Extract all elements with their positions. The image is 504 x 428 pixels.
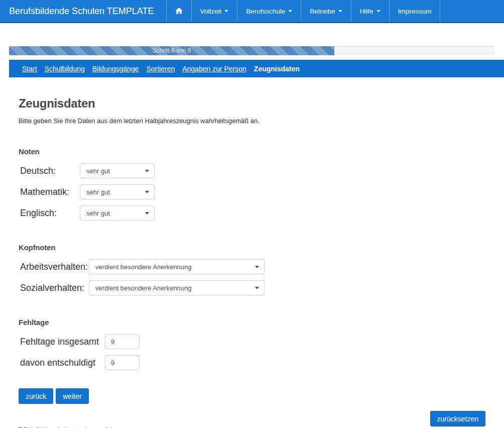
nav-item-hilfe[interactable]: Hilfe — [351, 0, 389, 22]
selected-value: sehr gut — [86, 167, 110, 175]
field-label-davon-entschuldigt: davon entschuldigt — [19, 358, 105, 368]
form-row-sozialverhalten: Sozialverhalten: verdient besondere Aner… — [19, 280, 485, 295]
fehltage-insgesamt-input[interactable] — [105, 334, 140, 349]
required-fields-note: Pflichtfelder sind rot gekennzeichnet. — [19, 426, 485, 428]
note-prefix: Pflichtfelder sind — [19, 426, 68, 428]
navbar-brand[interactable]: Berufsbildende Schulen TEMPLATE — [0, 0, 162, 22]
progress-label: Schritt 6 von 9 — [153, 47, 191, 54]
field-label-deutsch: Deutsch: — [19, 166, 80, 176]
breadcrumb-current: Zeugnisdaten — [254, 65, 300, 73]
form-row-davon-entschuldigt: davon entschuldigt — [19, 355, 485, 370]
progress-bar: Schritt 6 von 9 — [9, 46, 494, 55]
form-row-deutsch: Deutsch: sehr gut — [19, 163, 485, 178]
form-row-englisch: Englisch: sehr gut — [19, 205, 485, 221]
breadcrumb-link-sortieren[interactable]: Sortieren — [146, 65, 175, 73]
field-label-mathematik: Mathematik: — [19, 187, 80, 197]
button-row: zurück weiter — [19, 388, 485, 404]
caret-down-icon — [145, 170, 149, 172]
nav-item-label: Berufsschule — [246, 8, 285, 15]
deutsch-select[interactable]: sehr gut — [80, 163, 155, 178]
caret-down-icon — [145, 191, 149, 193]
section-heading-noten: Noten — [19, 147, 485, 156]
back-button[interactable]: zurück — [19, 388, 53, 404]
page-intro: Bitte geben Sie Ihre Daten aus dem letzt… — [19, 117, 485, 125]
nav-item-label: Betriebe — [310, 8, 335, 15]
nav-item-vollzeit[interactable]: Vollzeit — [191, 0, 237, 22]
form-row-arbeitsverhalten: Arbeitsverhalten: verdient besondere Ane… — [19, 259, 485, 274]
caret-down-icon — [255, 287, 259, 289]
field-label-arbeitsverhalten: Arbeitsverhalten: — [19, 262, 89, 272]
breadcrumb-link-start[interactable]: Start — [22, 65, 37, 73]
note-highlight: rot — [68, 426, 76, 428]
nav-item-label: Vollzeit — [200, 8, 222, 15]
nav-item-label: Hilfe — [360, 8, 373, 15]
navbar-menu: Vollzeit Berufsschule Betriebe Hilfe Imp… — [166, 0, 441, 22]
nav-item-impressum[interactable]: Impressum — [389, 0, 440, 22]
nav-item-berufsschule[interactable]: Berufsschule — [237, 0, 301, 22]
selected-value: sehr gut — [86, 209, 110, 217]
arbeitsverhalten-select[interactable]: verdient besondere Anerkennung — [89, 259, 265, 274]
nav-item-betriebe[interactable]: Betriebe — [301, 0, 350, 22]
caret-down-icon — [255, 266, 259, 268]
note-suffix: gekennzeichnet. — [76, 426, 125, 428]
sozialverhalten-select[interactable]: verdient besondere Anerkennung — [89, 280, 265, 295]
home-icon — [175, 8, 183, 15]
englisch-select[interactable]: sehr gut — [80, 205, 155, 221]
main-content: Zeugnisdaten Bitte geben Sie Ihre Daten … — [0, 96, 504, 428]
next-button[interactable]: weiter — [56, 388, 88, 404]
field-label-fehltage-insgesamt: Fehltage insgesamt — [19, 337, 105, 347]
nav-item-label: Impressum — [398, 8, 432, 15]
section-heading-fehltage: Fehltage — [19, 318, 485, 327]
progress-fill: Schritt 6 von 9 — [9, 46, 334, 55]
breadcrumb-link-schulbildung[interactable]: Schulbildung — [45, 65, 85, 73]
mathematik-select[interactable]: sehr gut — [80, 184, 155, 199]
caret-down-icon — [376, 10, 381, 12]
reset-button[interactable]: zurücksetzen — [430, 411, 485, 426]
breadcrumb-link-angaben-zur-person[interactable]: Angaben zur Person — [182, 65, 246, 73]
selected-value: sehr gut — [86, 188, 110, 196]
nav-item-home[interactable] — [166, 0, 191, 22]
reset-row: zurücksetzen — [19, 411, 485, 426]
field-label-sozialverhalten: Sozialverhalten: — [19, 283, 89, 293]
caret-down-icon — [224, 10, 228, 12]
selected-value: verdient besondere Anerkennung — [95, 284, 192, 292]
section-heading-kopfnoten: Kopfnoten — [19, 243, 485, 252]
page-title: Zeugnisdaten — [19, 96, 485, 111]
caret-down-icon — [338, 10, 342, 12]
breadcrumb: Start Schulbildung Bildungsgänge Sortier… — [9, 60, 504, 77]
navbar: Berufsbildende Schulen TEMPLATE Vollzeit… — [0, 0, 504, 23]
field-label-englisch: Englisch: — [19, 208, 80, 219]
davon-entschuldigt-input[interactable] — [105, 355, 140, 370]
selected-value: verdient besondere Anerkennung — [95, 263, 192, 271]
caret-down-icon — [288, 10, 292, 12]
caret-down-icon — [145, 212, 149, 215]
form-row-mathematik: Mathematik: sehr gut — [19, 184, 485, 199]
form-row-fehltage-insgesamt: Fehltage insgesamt — [19, 334, 485, 349]
breadcrumb-link-bildungsgaenge[interactable]: Bildungsgänge — [92, 65, 139, 73]
